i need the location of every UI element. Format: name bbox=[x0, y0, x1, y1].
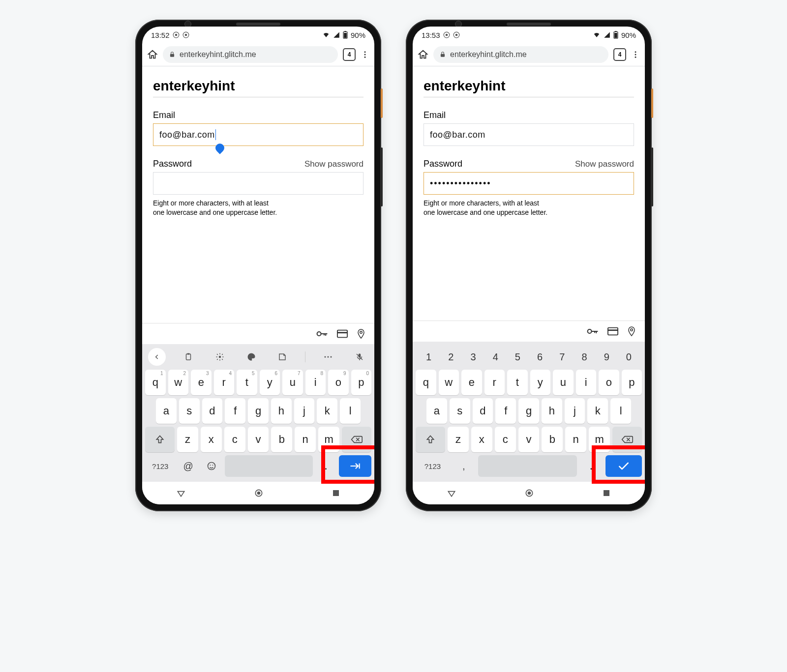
gear-icon[interactable] bbox=[211, 348, 229, 366]
palette-icon[interactable] bbox=[242, 348, 260, 366]
key-h[interactable]: h bbox=[542, 398, 562, 424]
password-input[interactable] bbox=[153, 172, 363, 195]
key-g[interactable]: g bbox=[248, 398, 269, 424]
nav-back-icon[interactable] bbox=[176, 488, 186, 498]
key-y[interactable]: y bbox=[530, 370, 551, 395]
key-x[interactable]: x bbox=[471, 427, 492, 452]
email-input[interactable]: foo@bar.com bbox=[424, 123, 634, 146]
key-l[interactable]: l bbox=[610, 398, 631, 424]
mic-off-icon[interactable] bbox=[351, 348, 368, 366]
key-2[interactable]: 2 bbox=[440, 348, 462, 367]
tab-switcher[interactable]: 4 bbox=[613, 48, 626, 61]
key-r[interactable]: r bbox=[484, 370, 505, 395]
key-m[interactable]: m bbox=[318, 427, 339, 452]
show-password-toggle[interactable]: Show password bbox=[575, 159, 634, 169]
key-o[interactable]: o bbox=[599, 370, 619, 395]
key-q[interactable]: q1 bbox=[145, 370, 166, 395]
enter-key-next[interactable] bbox=[339, 455, 371, 477]
key-r[interactable]: r4 bbox=[214, 370, 235, 395]
key-e[interactable]: e bbox=[461, 370, 482, 395]
key-n[interactable]: n bbox=[295, 427, 316, 452]
key-k[interactable]: k bbox=[317, 398, 337, 424]
key-t[interactable]: t5 bbox=[237, 370, 257, 395]
spacebar-key[interactable] bbox=[225, 455, 313, 477]
key-9[interactable]: 9 bbox=[596, 348, 618, 367]
key-4[interactable]: 4 bbox=[484, 348, 507, 367]
key-j[interactable]: j bbox=[294, 398, 315, 424]
sticker-icon[interactable] bbox=[273, 348, 291, 366]
key-c[interactable]: c bbox=[495, 427, 516, 452]
comma-key[interactable]: , bbox=[452, 455, 476, 477]
key-g[interactable]: g bbox=[518, 398, 539, 424]
nav-back-icon[interactable] bbox=[447, 488, 456, 498]
key-h[interactable]: h bbox=[271, 398, 292, 424]
key-u[interactable]: u7 bbox=[282, 370, 303, 395]
clipboard-icon[interactable] bbox=[180, 348, 197, 366]
key-w[interactable]: w2 bbox=[168, 370, 189, 395]
more-icon[interactable] bbox=[319, 348, 337, 366]
key-f[interactable]: f bbox=[495, 398, 516, 424]
key-w[interactable]: w bbox=[439, 370, 459, 395]
overflow-menu-icon[interactable] bbox=[361, 50, 369, 59]
key-s[interactable]: s bbox=[450, 398, 470, 424]
key-6[interactable]: 6 bbox=[529, 348, 551, 367]
backspace-key[interactable] bbox=[342, 427, 371, 452]
overflow-menu-icon[interactable] bbox=[631, 50, 640, 59]
key-d[interactable]: d bbox=[473, 398, 493, 424]
key-e[interactable]: e3 bbox=[191, 370, 212, 395]
symbols-key[interactable]: ?123 bbox=[145, 455, 175, 477]
key-0[interactable]: 0 bbox=[618, 348, 640, 367]
key-m[interactable]: m bbox=[589, 427, 610, 452]
password-input[interactable]: ••••••••••••••• bbox=[424, 172, 634, 195]
text-cursor-handle[interactable] bbox=[213, 142, 226, 154]
home-icon[interactable] bbox=[147, 49, 158, 60]
key-v[interactable]: v bbox=[248, 427, 269, 452]
symbols-key[interactable]: ?123 bbox=[416, 455, 450, 477]
nav-recents-icon[interactable] bbox=[332, 489, 340, 497]
emoji-key[interactable] bbox=[201, 455, 222, 477]
key-u[interactable]: u bbox=[553, 370, 574, 395]
period-key[interactable]: . bbox=[579, 455, 603, 477]
key-p[interactable]: p0 bbox=[351, 370, 372, 395]
home-icon[interactable] bbox=[418, 49, 428, 60]
key-1[interactable]: 1 bbox=[418, 348, 440, 367]
url-bar[interactable]: enterkeyhint.glitch.me bbox=[163, 46, 338, 63]
credit-card-icon[interactable] bbox=[607, 327, 618, 336]
key-q[interactable]: q bbox=[416, 370, 436, 395]
key-n[interactable]: n bbox=[565, 427, 586, 452]
email-input[interactable]: foo@bar.com bbox=[153, 123, 363, 146]
key-b[interactable]: b bbox=[542, 427, 563, 452]
at-key[interactable]: @ bbox=[178, 455, 199, 477]
key-k[interactable]: k bbox=[587, 398, 608, 424]
key-j[interactable]: j bbox=[565, 398, 585, 424]
location-pin-icon[interactable] bbox=[357, 328, 365, 339]
shift-key[interactable] bbox=[416, 427, 445, 452]
key-l[interactable]: l bbox=[340, 398, 361, 424]
key-t[interactable]: t bbox=[507, 370, 528, 395]
key-7[interactable]: 7 bbox=[551, 348, 573, 367]
nav-home-icon[interactable] bbox=[254, 488, 264, 498]
period-key[interactable]: . bbox=[315, 455, 336, 477]
key-f[interactable]: f bbox=[225, 398, 245, 424]
key-8[interactable]: 8 bbox=[573, 348, 595, 367]
url-bar[interactable]: enterkeyhint.glitch.me bbox=[433, 46, 608, 63]
shift-key[interactable] bbox=[145, 427, 175, 452]
enter-key-done[interactable] bbox=[605, 455, 642, 477]
credit-card-icon[interactable] bbox=[337, 329, 348, 338]
show-password-toggle[interactable]: Show password bbox=[304, 159, 363, 169]
tab-switcher[interactable]: 4 bbox=[343, 48, 356, 61]
backspace-key[interactable] bbox=[612, 427, 642, 452]
key-x[interactable]: x bbox=[201, 427, 222, 452]
nav-home-icon[interactable] bbox=[524, 488, 534, 498]
key-a[interactable]: a bbox=[426, 398, 447, 424]
key-d[interactable]: d bbox=[202, 398, 223, 424]
key-y[interactable]: y6 bbox=[260, 370, 280, 395]
key-a[interactable]: a bbox=[156, 398, 177, 424]
key-c[interactable]: c bbox=[224, 427, 245, 452]
password-key-icon[interactable] bbox=[316, 329, 328, 338]
location-pin-icon[interactable] bbox=[627, 326, 636, 337]
key-p[interactable]: p bbox=[622, 370, 642, 395]
keyboard-collapse-icon[interactable] bbox=[148, 348, 166, 366]
key-o[interactable]: o9 bbox=[328, 370, 349, 395]
key-5[interactable]: 5 bbox=[507, 348, 529, 367]
